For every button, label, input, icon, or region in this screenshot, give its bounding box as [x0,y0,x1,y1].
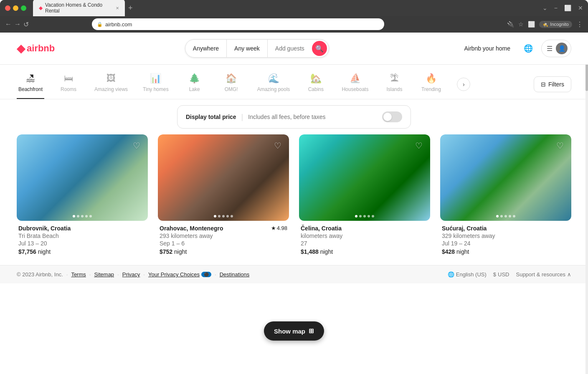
price-value-orahovac: $752 [160,248,172,255]
tiny-homes-label: Tiny homes [143,86,169,92]
logo[interactable]: ◆ airbnb [17,42,55,55]
lock-icon: 🔒 [97,22,103,27]
location-search[interactable]: Anywhere [185,40,227,57]
chevron-right-icon: › [463,81,465,88]
window-restore-icon[interactable]: ⬜ [564,5,571,11]
category-beachfront[interactable]: 🏖 Beachfront [17,70,44,99]
category-tiny-homes[interactable]: 📊 Tiny homes [141,70,170,99]
support-resources-link[interactable]: Support & resources ∧ [516,271,571,278]
privacy-toggle-badge: ⚫ [201,272,211,277]
filter-icon: ⊟ [541,81,546,88]
tab-close-icon[interactable]: ✕ [116,6,119,10]
tab-favicon: ◆ [39,5,43,11]
hamburger-icon: ☰ [547,45,553,53]
star-icon[interactable]: ☆ [518,21,524,28]
category-houseboats[interactable]: ⛵ Houseboats [340,70,370,99]
listing-location-orahovac: Orahovac, Montenegro [160,225,223,232]
amazing-views-label: Amazing views [94,86,128,92]
scrollbar[interactable] [585,33,588,374]
window-minimize-button[interactable] [13,5,18,11]
omg-icon: 🏠 [226,73,237,84]
map-grid-icon: ⊞ [309,327,314,335]
browser-window: ◆ Vacation Homes & Condo Rental ✕ + ⌄ − … [0,0,588,374]
listing-info-dubrovnik: Dubrovnik, Croatia Tri Brata Beach Jul 1… [17,221,148,257]
listing-image-celina: ♡ [299,134,430,221]
privacy-choices-link[interactable]: Your Privacy Choices [148,271,200,278]
nav-buttons: ← → ↺ [5,20,29,28]
browser-titlebar: ◆ Vacation Homes & Condo Rental ✕ + ⌄ − … [0,0,588,16]
price-value-sucuraj: $428 [442,248,455,255]
category-trending[interactable]: 🔥 Trending [418,70,444,99]
language-section[interactable]: 🌐 English (US) [448,271,487,278]
price-value-dubrovnik: $7,756 [18,248,36,255]
more-options-icon[interactable]: ⋮ [576,20,583,28]
listing-location-dubrovnik: Dubrovnik, Croatia [18,225,71,232]
window-minimize-icon[interactable]: − [554,5,558,11]
dot-4 [226,215,229,217]
category-rooms[interactable]: 🛏 Rooms [56,70,81,99]
listing-price-orahovac: $752 night [160,248,287,255]
back-button[interactable]: ← [5,20,12,28]
listing-card-orahovac[interactable]: ♡ Orahovac, Montenegro ★ [158,134,289,257]
url-bar[interactable]: 🔒 airbnb.com [92,18,384,30]
category-cabins[interactable]: 🏡 Cabins [303,70,328,99]
new-tab-button[interactable]: + [128,4,133,13]
footer-separator-2: · [89,271,91,278]
listing-desc-sucuraj: 329 kilometers away [442,232,570,239]
category-lake[interactable]: 🌲 Lake [182,70,207,99]
split-view-icon[interactable]: ⬜ [528,21,535,28]
houseboats-icon: ⛵ [350,73,361,84]
destinations-link[interactable]: Destinations [220,271,250,278]
dot-1 [73,215,75,217]
sitemap-link[interactable]: Sitemap [94,271,114,278]
filters-button[interactable]: ⊟ Filters [534,76,571,92]
category-next-button[interactable]: › [457,78,470,91]
listing-card-celina[interactable]: ♡ Čelina, Croatia kilometers away [299,134,430,257]
window-maximize-button[interactable] [21,5,26,11]
browser-action-buttons: 🔌 ☆ ⬜ 🕵 Incognito ⋮ [507,20,583,28]
price-unit-dubrovnik: night [38,248,51,255]
listing-card-sucuraj[interactable]: ♡ Sućuraj, Croatia 329 kilometers away [440,134,571,257]
guests-search[interactable]: Add guests [268,40,312,57]
window-close-button[interactable] [5,5,10,11]
wishlist-button-orahovac[interactable]: ♡ [271,139,284,152]
footer-separator-4: · [143,271,145,278]
refresh-button[interactable]: ↺ [23,20,29,28]
price-sublabel: Includes all fees, before taxes [248,114,325,120]
listing-card-dubrovnik[interactable]: ♡ Dubrovnik, Croatia Tri Brata Beach [17,134,148,257]
heart-icon-sucuraj: ♡ [556,141,564,151]
active-tab[interactable]: ◆ Vacation Homes & Condo Rental ✕ [33,0,125,16]
category-amazing-views[interactable]: 🖼 Amazing views [93,70,129,99]
price-toggle[interactable] [382,111,402,122]
window-chevron-icon[interactable]: ⌄ [542,5,547,11]
privacy-link[interactable]: Privacy [122,271,140,278]
user-menu-button[interactable]: ☰ 👤 [541,40,571,57]
week-search[interactable]: Any week [227,40,268,57]
category-omg[interactable]: 🏠 OMG! [219,70,244,99]
wishlist-button-sucuraj[interactable]: ♡ [554,139,566,152]
extension-icon[interactable]: 🔌 [507,21,514,28]
window-x-icon[interactable]: ✕ [578,5,583,11]
show-map-button[interactable]: Show map ⊞ [264,321,324,341]
forward-button[interactable]: → [14,20,21,28]
footer-globe-icon: 🌐 [448,271,454,278]
language-button[interactable]: 🌐 [520,40,536,56]
listing-image-dubrovnik: ♡ [17,134,148,221]
listing-dates-celina: 27 [301,240,428,247]
category-amazing-pools[interactable]: 🌊 Amazing pools [256,70,292,99]
currency-section[interactable]: $ USD [493,271,509,278]
airbnb-your-home-link[interactable]: Airbnb your home [459,42,515,55]
dot-2 [77,215,79,217]
listing-photo-orahovac [158,134,289,221]
search-button[interactable]: 🔍 [312,41,327,56]
wishlist-button-celina[interactable]: ♡ [413,139,425,152]
listing-photo-dubrovnik [17,134,148,221]
terms-link[interactable]: Terms [71,271,86,278]
heart-icon-orahovac: ♡ [274,141,281,151]
listing-image-sucuraj: ♡ [440,134,571,221]
price-unit-orahovac: night [174,248,187,255]
wishlist-button-dubrovnik[interactable]: ♡ [130,139,143,152]
category-islands[interactable]: 🏝 Islands [382,70,407,99]
page-footer: © 2023 Airbnb, Inc. · Terms · Sitemap · … [0,265,588,283]
heart-icon-dubrovnik: ♡ [133,141,140,151]
